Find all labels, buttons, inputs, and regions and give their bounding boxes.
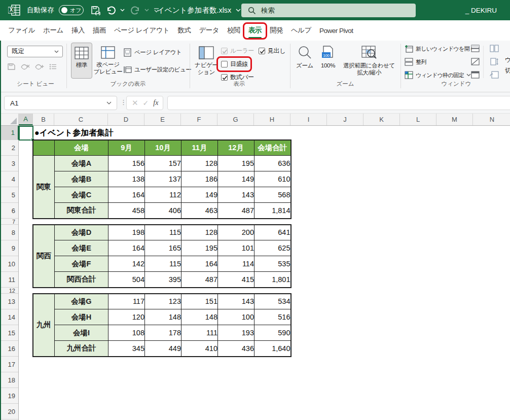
column-header-K[interactable]: K bbox=[363, 114, 400, 125]
table-header-cell[interactable]: 12月 bbox=[218, 140, 254, 156]
value-cell[interactable]: 149 bbox=[218, 171, 254, 187]
tab-数式[interactable]: 数式 bbox=[173, 20, 195, 41]
value-cell[interactable]: 111 bbox=[181, 325, 218, 341]
sheet-view-dropdown[interactable]: 既定 bbox=[7, 46, 63, 57]
tab-描画[interactable]: 描画 bbox=[89, 20, 110, 41]
value-cell[interactable]: 128 bbox=[181, 225, 218, 240]
column-header-B[interactable]: B bbox=[33, 114, 54, 125]
value-cell[interactable]: 590 bbox=[254, 325, 291, 341]
row-header-14[interactable]: 14 bbox=[0, 309, 18, 325]
table-header-cell[interactable]: 会場合計 bbox=[254, 140, 291, 156]
table-header-empty[interactable] bbox=[33, 140, 55, 156]
custom-views-button[interactable]: ユーザー設定のビュー bbox=[123, 65, 191, 74]
row-header-5[interactable]: 5 bbox=[0, 187, 18, 203]
select-all-corner[interactable] bbox=[0, 114, 19, 125]
column-header-G[interactable]: G bbox=[217, 114, 254, 125]
value-cell[interactable]: 143 bbox=[218, 294, 254, 309]
split-icon[interactable] bbox=[471, 45, 480, 52]
new-window-button[interactable]: 新しいウィンドウを開く bbox=[405, 45, 475, 53]
row-header-2[interactable]: 2 bbox=[0, 140, 18, 156]
zoom-100-button[interactable]: 100 100% bbox=[317, 43, 339, 79]
column-header-M[interactable]: M bbox=[436, 114, 473, 125]
navigation-button[interactable]: ナビゲー ション bbox=[194, 43, 219, 79]
value-cell[interactable]: 195 bbox=[181, 240, 218, 256]
column-header-C[interactable]: C bbox=[54, 114, 108, 125]
value-cell[interactable]: 164 bbox=[108, 187, 145, 203]
insert-function-icon[interactable]: fx bbox=[153, 99, 158, 107]
value-cell[interactable]: 1,801 bbox=[254, 272, 291, 288]
value-cell[interactable]: 178 bbox=[145, 325, 181, 341]
autosave-toggle[interactable]: オフ bbox=[59, 5, 84, 15]
value-cell[interactable]: 115 bbox=[145, 256, 181, 272]
value-cell[interactable]: 504 bbox=[108, 272, 145, 288]
zoom-button[interactable]: ズーム bbox=[293, 43, 316, 79]
value-cell[interactable]: 114 bbox=[218, 256, 254, 272]
value-cell[interactable]: 463 bbox=[181, 203, 218, 219]
value-cell[interactable]: 156 bbox=[108, 156, 145, 171]
value-cell[interactable]: 195 bbox=[218, 156, 254, 171]
value-cell[interactable]: 487 bbox=[218, 203, 254, 219]
value-cell[interactable]: 100 bbox=[218, 309, 254, 325]
value-cell[interactable]: 193 bbox=[218, 325, 254, 341]
tab-データ[interactable]: データ bbox=[195, 20, 223, 41]
row-header-17[interactable]: 17 bbox=[0, 357, 18, 372]
column-header-H[interactable]: H bbox=[254, 114, 290, 125]
venue-name-cell[interactable]: 会場F bbox=[55, 256, 108, 272]
column-header-F[interactable]: F bbox=[181, 114, 217, 125]
value-cell[interactable]: 151 bbox=[181, 294, 218, 309]
table-header-cell[interactable]: 10月 bbox=[145, 140, 181, 156]
value-cell[interactable]: 410 bbox=[181, 341, 218, 357]
row-header-20[interactable]: 20 bbox=[0, 404, 18, 419]
value-cell[interactable]: 117 bbox=[108, 294, 145, 309]
value-cell[interactable]: 516 bbox=[254, 309, 291, 325]
value-cell[interactable]: 164 bbox=[181, 256, 218, 272]
value-cell[interactable]: 164 bbox=[108, 240, 145, 256]
venue-name-cell[interactable]: 会場E bbox=[55, 240, 108, 256]
row-header-3[interactable]: 3 bbox=[0, 156, 18, 171]
value-cell[interactable]: 137 bbox=[145, 171, 181, 187]
sheet-grid[interactable]: ●イベント参加者集計 会場9月10月11月12月会場合計関東会場A1561571… bbox=[19, 126, 510, 420]
venue-name-cell[interactable]: 会場D bbox=[55, 225, 108, 240]
region-cell-関東[interactable]: 関東 bbox=[33, 156, 55, 219]
undo-icon[interactable] bbox=[106, 6, 116, 15]
column-header-J[interactable]: J bbox=[327, 114, 363, 125]
table-header-cell[interactable]: 会場 bbox=[55, 140, 108, 156]
row-header-1[interactable]: 1 bbox=[0, 126, 19, 140]
venue-name-cell[interactable]: 関東合計 bbox=[55, 203, 108, 219]
row-header-19[interactable]: 19 bbox=[0, 388, 18, 404]
value-cell[interactable]: 436 bbox=[218, 341, 254, 357]
freeze-panes-button[interactable]: ウィンドウ枠の固定 bbox=[405, 71, 471, 79]
value-cell[interactable]: 487 bbox=[181, 272, 218, 288]
value-cell[interactable]: 625 bbox=[254, 240, 291, 256]
column-header-N[interactable]: N bbox=[473, 114, 510, 125]
value-cell[interactable]: 143 bbox=[218, 187, 254, 203]
search-box[interactable]: 検索 bbox=[241, 4, 416, 17]
row-header-11[interactable]: 11 bbox=[0, 272, 18, 288]
value-cell[interactable]: 641 bbox=[254, 225, 291, 240]
tab-Power Pivot[interactable]: Power Pivot bbox=[315, 20, 357, 41]
tab-開発[interactable]: 開発 bbox=[266, 20, 287, 41]
synchronous-scrolling-icon[interactable] bbox=[490, 58, 499, 65]
value-cell[interactable]: 198 bbox=[108, 225, 145, 240]
page-layout-view-button[interactable]: ページ レイアウト bbox=[123, 48, 181, 57]
venue-name-cell[interactable]: 会場G bbox=[55, 294, 108, 309]
table-header-cell[interactable]: 11月 bbox=[181, 140, 218, 156]
row-header-6[interactable]: 6 bbox=[0, 203, 18, 219]
reset-window-position-icon[interactable] bbox=[490, 71, 499, 79]
value-cell[interactable]: 534 bbox=[254, 294, 291, 309]
arrange-all-button[interactable]: 整列 bbox=[405, 58, 426, 66]
venue-name-cell[interactable]: 会場C bbox=[55, 187, 108, 203]
venue-name-cell[interactable]: 会場B bbox=[55, 171, 108, 187]
value-cell[interactable]: 112 bbox=[145, 187, 181, 203]
row-header-10[interactable]: 10 bbox=[0, 256, 18, 272]
value-cell[interactable]: 120 bbox=[108, 309, 145, 325]
row-header-13[interactable]: 13 bbox=[0, 294, 18, 309]
value-cell[interactable]: 449 bbox=[145, 341, 181, 357]
undo-dropdown-icon[interactable] bbox=[120, 9, 125, 12]
value-cell[interactable]: 148 bbox=[181, 309, 218, 325]
tab-ファイル[interactable]: ファイル bbox=[4, 20, 39, 41]
value-cell[interactable]: 148 bbox=[145, 309, 181, 325]
value-cell[interactable]: 165 bbox=[145, 240, 181, 256]
venue-name-cell[interactable]: 会場I bbox=[55, 325, 108, 341]
row-header-15[interactable]: 15 bbox=[0, 325, 18, 341]
